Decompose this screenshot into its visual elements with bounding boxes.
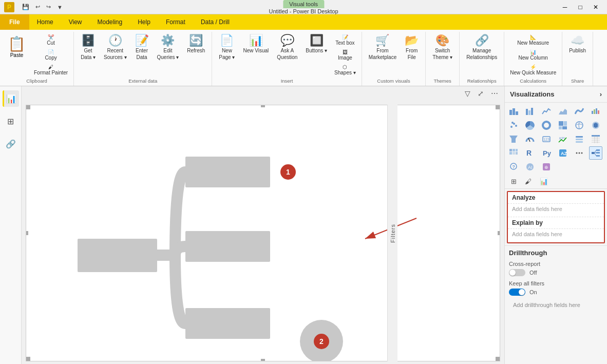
minimize-btn[interactable]: ─ (558, 2, 572, 12)
format-painter-button[interactable]: 🖌 Format Painter (31, 63, 70, 77)
viz-icon-waterfall[interactable] (589, 105, 602, 118)
undo-tool[interactable]: ↩ (33, 2, 43, 12)
svg-rect-53 (596, 155, 600, 157)
menu-file[interactable]: File (0, 14, 29, 30)
dropdown-tool[interactable]: ▼ (54, 3, 65, 12)
focus-toolbar-icon[interactable]: ⤢ (476, 88, 486, 99)
menu-help[interactable]: Help (130, 14, 158, 30)
viz-icon-azure-map[interactable]: AZ (556, 146, 570, 160)
new-column-button[interactable]: 📊 New Column (507, 48, 559, 62)
copy-button[interactable]: 📄 Copy (31, 48, 70, 62)
publish-button[interactable]: ☁️ Publish (565, 33, 590, 56)
image-button[interactable]: 🖼 Image (332, 48, 358, 62)
recent-sources-label: RecentSources ▾ (104, 47, 126, 61)
relationships-content: 🔗 ManageRelationships (463, 33, 501, 77)
viz-icon-smart-narrative[interactable]: AI (523, 160, 537, 174)
add-drillthrough-fields[interactable]: Add drillthrough fields here (509, 300, 603, 310)
svg-point-14 (515, 125, 517, 127)
from-marketplace-button[interactable]: 🛒 FromMarketplace (365, 33, 400, 63)
viz-icon-ribbon[interactable] (573, 105, 586, 118)
viz-icon-pie[interactable] (523, 119, 537, 132)
keep-filters-toggle[interactable] (509, 289, 525, 296)
from-file-button[interactable]: 📂 FromFile (401, 33, 422, 63)
edit-queries-button[interactable]: ⚙️ EditQueries ▾ (154, 33, 183, 63)
close-btn[interactable]: ✕ (589, 2, 603, 12)
viz-icon-scatter[interactable] (507, 119, 520, 132)
ask-question-button[interactable]: 💬 Ask AQuestion (273, 33, 301, 63)
viz-icon-more[interactable] (573, 146, 586, 160)
save-tool[interactable]: 💾 (20, 2, 32, 12)
viz-tab-fields[interactable]: ⊞ (507, 176, 521, 188)
viz-icon-stacked-bar[interactable] (507, 105, 520, 118)
analyze-add-fields-2[interactable]: Add data fields here (508, 229, 604, 242)
recent-sources-button[interactable]: 🕐 RecentSources ▾ (100, 33, 130, 63)
viz-tab-analytics[interactable]: 📊 (536, 176, 552, 188)
svg-text:R: R (526, 149, 532, 157)
cut-button[interactable]: ✂️ Cut (31, 33, 70, 47)
menu-format[interactable]: Format (158, 14, 193, 30)
left-panel-report[interactable]: 📊 (3, 90, 19, 107)
redo-tool[interactable]: ↪ (44, 2, 53, 12)
viz-icon-r-script[interactable]: R (523, 146, 537, 160)
themes-label: Themes (434, 77, 451, 85)
filter-toolbar-icon[interactable]: ▽ (463, 88, 472, 99)
viz-icon-table[interactable] (589, 132, 602, 146)
shapes-button[interactable]: ⬡ Shapes ▾ (332, 63, 358, 77)
viz-icon-decomp-tree[interactable] (589, 146, 602, 160)
maximize-btn[interactable]: □ (573, 2, 587, 12)
analyze-add-fields-1[interactable]: Add data fields here (508, 204, 604, 217)
viz-icon-custom[interactable]: ⊕ (540, 160, 553, 174)
viz-icon-matrix[interactable] (507, 146, 520, 160)
viz-icon-treemap[interactable] (556, 119, 570, 132)
menu-modeling[interactable]: Modeling (89, 14, 130, 30)
viz-icon-gauge[interactable] (523, 132, 537, 146)
title-bar-tools: 💾 ↩ ↪ ▼ (20, 2, 65, 12)
viz-icon-python[interactable]: Py (540, 146, 553, 160)
viz-icon-line[interactable] (540, 105, 553, 118)
new-visual-label: New Visual (243, 47, 269, 54)
viz-icon-map[interactable] (573, 119, 586, 132)
menu-home[interactable]: Home (29, 14, 61, 30)
menu-view[interactable]: View (61, 14, 90, 30)
new-page-label: NewPage ▾ (219, 47, 235, 61)
more-toolbar-icon[interactable]: ⋯ (489, 88, 500, 99)
left-panel-model[interactable]: 🔗 (3, 136, 19, 152)
refresh-button[interactable]: 🔄 Refresh (183, 33, 208, 56)
svg-marker-23 (509, 136, 518, 143)
viz-tab-format[interactable]: 🖌 (521, 176, 536, 188)
viz-chevron[interactable]: › (600, 90, 602, 98)
viz-icon-kpi[interactable]: KPI (556, 132, 570, 146)
cross-report-toggle[interactable] (509, 269, 525, 276)
calculations-content: 📐 New Measure 📊 New Column ⚡ New Quick M… (507, 33, 559, 77)
viz-icon-funnel[interactable] (507, 132, 520, 146)
paste-button[interactable]: 📋 Paste (3, 33, 30, 61)
left-panel-data[interactable]: ⊞ (3, 113, 19, 129)
new-page-button[interactable]: 📄 NewPage ▾ (215, 33, 238, 63)
switch-theme-button[interactable]: 🎨 SwitchTheme ▾ (429, 33, 456, 63)
svg-line-55 (594, 153, 596, 154)
recent-sources-icon: 🕐 (108, 35, 122, 46)
viz-icon-card[interactable]: 123 (540, 132, 553, 146)
svg-text:⊕: ⊕ (544, 165, 548, 170)
viz-icon-clustered-bar[interactable] (523, 105, 537, 118)
drillthrough-cross-report: Cross-report Off (509, 261, 603, 276)
viz-icon-qa[interactable]: ? (507, 160, 520, 174)
get-data-button[interactable]: 🗄️ GetData ▾ (77, 33, 99, 63)
cut-icon: ✂️ (48, 34, 54, 40)
from-file-label: FromFile (406, 47, 418, 61)
canvas-wrap: Filters (22, 101, 504, 364)
buttons-button[interactable]: 🔲 Buttons ▾ (302, 33, 331, 56)
viz-icon-slicer[interactable] (573, 132, 586, 146)
edit-queries-label: EditQueries ▾ (157, 47, 179, 61)
viz-icon-donut[interactable] (540, 119, 553, 132)
enter-data-button[interactable]: 📝 EnterData (131, 33, 153, 63)
viz-icon-filled-map[interactable] (589, 119, 602, 132)
text-box-button[interactable]: 📝 Text box (332, 33, 358, 47)
new-measure-button[interactable]: 📐 New Measure (507, 33, 559, 47)
new-visual-button[interactable]: 📊 New Visual (239, 33, 272, 56)
viz-icon-area[interactable] (556, 105, 570, 118)
menu-data-drill[interactable]: Data / Drill (193, 14, 237, 30)
new-quick-measure-button[interactable]: ⚡ New Quick Measure (507, 63, 559, 77)
filters-panel[interactable]: Filters (387, 105, 397, 361)
manage-relationships-button[interactable]: 🔗 ManageRelationships (463, 33, 501, 63)
